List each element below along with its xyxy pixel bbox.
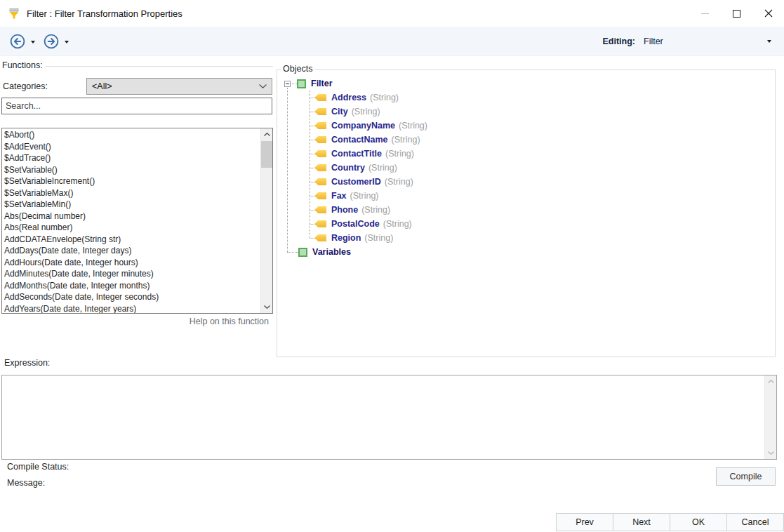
- field-name: CompanyName: [331, 121, 395, 131]
- maximize-icon: [733, 10, 740, 18]
- back-dropdown-button[interactable]: [29, 39, 37, 46]
- back-button[interactable]: [9, 33, 26, 50]
- scrollbar-thumb[interactable]: [261, 141, 273, 168]
- field-type: (String): [385, 177, 413, 187]
- maximize-button[interactable]: [721, 0, 752, 27]
- tree-field-row[interactable]: ContactTitle (String): [284, 147, 740, 161]
- field-name: Fax: [331, 191, 347, 201]
- compile-button[interactable]: Compile: [716, 467, 776, 486]
- group-divider: [46, 66, 273, 67]
- ok-button[interactable]: OK: [670, 513, 727, 531]
- field-type: (String): [361, 205, 390, 215]
- yellow-field-icon: [314, 94, 326, 101]
- functions-group-label: Functions:: [2, 60, 43, 70]
- field-type: (String): [370, 93, 399, 102]
- tree-node-label: Filter: [311, 79, 333, 88]
- function-list-item[interactable]: AddYears(Date date, Integer years): [2, 303, 260, 314]
- tree-node-variables[interactable]: Variables: [284, 245, 740, 259]
- dialog-window: Filter : Filter Transformation Propertie…: [0, 0, 784, 532]
- tree-field-row[interactable]: City (String): [284, 105, 740, 119]
- field-type: (String): [368, 163, 397, 173]
- tree-field-row[interactable]: Phone (String): [284, 203, 740, 217]
- tree-field-row[interactable]: ContactName (String): [284, 133, 740, 147]
- tree-line: [291, 84, 297, 84]
- editing-combobox[interactable]: Filter: [641, 33, 774, 50]
- close-icon: [764, 9, 773, 18]
- minimize-icon: [701, 13, 709, 14]
- forward-dropdown-button[interactable]: [62, 39, 71, 46]
- window-title: Filter : Filter Transformation Propertie…: [27, 8, 182, 19]
- close-button[interactable]: [752, 0, 784, 27]
- message-label: Message:: [7, 478, 45, 488]
- forward-button[interactable]: [43, 33, 60, 50]
- scroll-down-button[interactable]: [261, 301, 273, 313]
- yellow-field-icon: [314, 108, 326, 115]
- function-list[interactable]: $Abort() $AddEvent() $AddTrace() $SetVar…: [1, 128, 273, 314]
- chevron-down-icon: [259, 84, 267, 88]
- tree-node-label: Variables: [312, 247, 351, 257]
- function-list-item[interactable]: AddDays(Date date, Integer days): [2, 245, 260, 257]
- window-controls: [689, 0, 784, 27]
- categories-label: Categories:: [3, 78, 48, 95]
- categories-value: <All>: [92, 81, 112, 91]
- function-list-item[interactable]: AddMonths(Date date, Integer months): [2, 280, 260, 292]
- chevron-down-icon: [768, 451, 774, 455]
- forward-icon: [44, 34, 59, 49]
- function-list-item[interactable]: Abs(Decimal number): [2, 211, 260, 222]
- tree-field-row[interactable]: Region (String): [284, 231, 740, 245]
- function-list-item[interactable]: $AddTrace(): [2, 152, 260, 164]
- function-list-item[interactable]: $SetVariableMin(): [2, 199, 260, 211]
- yellow-field-icon: [314, 150, 326, 157]
- tree-field-row[interactable]: Address (String): [284, 91, 740, 105]
- function-list-item[interactable]: Abs(Real number): [2, 222, 260, 234]
- next-button[interactable]: Next: [613, 513, 670, 531]
- scroll-up-button[interactable]: [765, 375, 777, 387]
- expression-scrollbar[interactable]: [764, 375, 776, 459]
- function-list-items: $Abort() $AddEvent() $AddTrace() $SetVar…: [2, 129, 260, 313]
- function-list-item[interactable]: AddHours(Date date, Integer hours): [2, 257, 260, 269]
- field-name: Region: [331, 233, 361, 243]
- field-name: Address: [331, 93, 366, 102]
- field-type: (String): [385, 149, 414, 159]
- function-list-item[interactable]: $Abort(): [2, 129, 260, 141]
- chevron-up-icon: [768, 380, 774, 383]
- scroll-up-button[interactable]: [261, 128, 273, 140]
- chevron-down-icon: [264, 305, 270, 309]
- yellow-field-icon: [314, 164, 326, 171]
- field-type: (String): [352, 107, 380, 117]
- function-list-item[interactable]: AddSeconds(Date date, Integer seconds): [2, 291, 260, 303]
- chevron-up-icon: [264, 133, 270, 136]
- field-name: PostalCode: [331, 219, 380, 229]
- field-type: (String): [350, 191, 379, 201]
- function-list-item[interactable]: $SetVariableIncrement(): [2, 175, 260, 187]
- tree-field-row[interactable]: Country (String): [284, 161, 740, 175]
- tree-field-row[interactable]: CustomerID (String): [284, 175, 740, 189]
- tree-field-row[interactable]: Fax (String): [284, 189, 740, 203]
- categories-combobox[interactable]: <All>: [86, 78, 272, 95]
- cancel-button[interactable]: Cancel: [726, 513, 784, 531]
- field-name: ContactTitle: [331, 149, 382, 159]
- tree-field-row[interactable]: PostalCode (String): [284, 217, 740, 231]
- function-list-item[interactable]: $SetVariableMax(): [2, 187, 260, 199]
- function-search-input[interactable]: [1, 98, 272, 114]
- expression-input[interactable]: [2, 375, 764, 459]
- function-list-item[interactable]: AddCDATAEnvelope(String str): [2, 234, 260, 246]
- scroll-down-button[interactable]: [765, 447, 777, 459]
- yellow-field-icon: [314, 220, 326, 227]
- function-list-item[interactable]: $SetVariable(): [2, 164, 260, 176]
- objects-groupbox: Objects Filter Address (String): [277, 69, 776, 357]
- tree-field-row[interactable]: CompanyName (String): [284, 119, 740, 133]
- field-name: ContactName: [331, 135, 388, 145]
- filter-funnel-icon: [7, 6, 21, 20]
- minimize-button[interactable]: [689, 0, 721, 27]
- expression-label: Expression:: [4, 358, 50, 368]
- help-on-function-link[interactable]: Help on this function: [1, 317, 269, 326]
- tree-node-filter[interactable]: Filter: [284, 77, 740, 91]
- prev-button[interactable]: Prev: [556, 513, 613, 531]
- collapse-minus-icon[interactable]: [284, 81, 291, 87]
- function-list-item[interactable]: AddMinutes(Date date, Integer minutes): [2, 268, 260, 280]
- yellow-field-icon: [314, 234, 326, 241]
- caret-down-icon: [767, 40, 771, 43]
- function-list-scrollbar[interactable]: [260, 128, 272, 313]
- function-list-item[interactable]: $AddEvent(): [2, 141, 260, 153]
